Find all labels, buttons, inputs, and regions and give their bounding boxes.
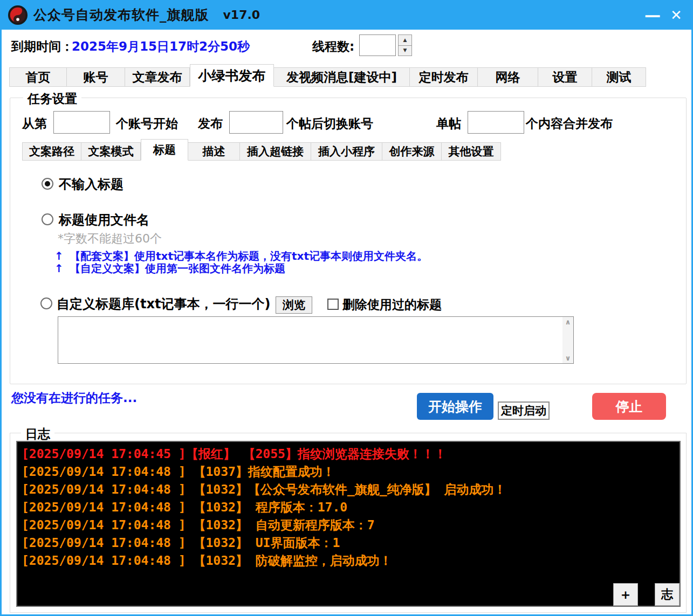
close-button[interactable]: ✕ xyxy=(664,0,689,30)
task-status-text: 您没有在进行的任务... xyxy=(11,390,137,406)
log-line: [2025/09/14 17:04:48 ] 【1032】 自动更新程序版本：7 xyxy=(22,516,675,534)
subtab-copy-path[interactable]: 文案路径 xyxy=(22,142,81,161)
from-account-input[interactable] xyxy=(53,111,110,134)
log-line: [2025/09/14 17:04:48 ] 【1032】 防破解监控，启动成功… xyxy=(22,552,675,570)
log-line: [2025/09/14 17:04:48 ] 【1032】 UI界面版本：1 xyxy=(22,534,675,552)
from-account-label: 从第 xyxy=(22,115,47,132)
radio-no-title[interactable] xyxy=(42,178,53,190)
log-line: [2025/09/14 17:04:45 ]【报红】 【2055】指纹浏览器连接… xyxy=(22,445,675,463)
tab-xiaolvshu-publish[interactable]: 小绿书发布 xyxy=(190,64,274,87)
spin-down-icon[interactable]: ▼ xyxy=(398,46,412,57)
subtab-description[interactable]: 描述 xyxy=(188,142,240,161)
stop-button[interactable]: 停止 xyxy=(592,393,666,420)
expire-label: 到期时间： xyxy=(11,38,73,55)
header-row: 到期时间： 2025年9月15日17时2分50秒 线程数: ▲ ▼ xyxy=(2,30,691,63)
subtab-hyperlink[interactable]: 插入超链接 xyxy=(240,142,311,161)
window-title: 公众号自动发布软件_旗舰版 xyxy=(33,6,209,24)
log-group: 日志 [2025/09/14 17:04:45 ]【报红】 【2055】指纹浏览… xyxy=(10,433,687,613)
log-area: [2025/09/14 17:04:45 ]【报红】 【2055】指纹浏览器连接… xyxy=(16,441,681,607)
log-line: [2025/09/14 17:04:48 ] 【1037】指纹配置成功！ xyxy=(22,463,675,481)
threads-input[interactable] xyxy=(359,34,396,56)
tab-scheduled-publish[interactable]: 定时发布 xyxy=(410,67,478,87)
browse-button[interactable]: 浏览 xyxy=(276,296,312,314)
delete-used-titles-checkbox[interactable] xyxy=(327,299,339,310)
subtab-title[interactable]: 标题 xyxy=(141,139,188,161)
log-legend: 日志 xyxy=(21,426,54,442)
start-operation-button[interactable]: 开始操作 xyxy=(417,393,493,420)
tab-accounts[interactable]: 账号 xyxy=(67,67,125,87)
log-line: [2025/09/14 17:04:48 ] 【1032】【公众号发布软件_旗舰… xyxy=(22,481,675,499)
single-post-label: 单帖 xyxy=(436,115,461,132)
subtab-source[interactable]: 创作来源 xyxy=(382,142,442,161)
threads-label: 线程数: xyxy=(312,38,354,55)
tab-test[interactable]: 测试 xyxy=(592,67,646,87)
hint-1-text: 【配套文案】使用txt记事本名作为标题，没有txt记事本则使用文件夹名。 xyxy=(70,250,428,262)
delete-used-titles-label: 删除使用过的标题 xyxy=(342,296,442,313)
up-arrow-icon: ↑ xyxy=(54,250,70,262)
app-logo-icon xyxy=(8,5,28,25)
main-tab-bar: 首页 账号 文章发布 小绿书发布 发视频消息[建设中] 定时发布 网络 设置 测… xyxy=(9,65,646,87)
scroll-up-icon[interactable]: ∧ xyxy=(565,318,571,326)
task-settings-legend: 任务设置 xyxy=(23,91,81,107)
title-bar: 公众号自动发布软件_旗舰版 v17.0 — ✕ xyxy=(0,0,693,30)
tab-network[interactable]: 网络 xyxy=(478,67,538,87)
from-account-suffix: 个账号开始 xyxy=(116,115,178,132)
hint-line-2: ↑【自定义文案】使用第一张图文件名作为标题 xyxy=(54,261,285,276)
custom-titles-textarea[interactable] xyxy=(58,317,562,363)
textarea-scrollbar[interactable]: ∧ ∨ xyxy=(562,317,573,363)
threads-spinner: ▲ ▼ xyxy=(398,34,412,56)
radio-no-title-label: 不输入标题 xyxy=(59,176,123,193)
single-post-input[interactable] xyxy=(468,111,524,134)
radio-custom-titles-label: 自定义标题库(txt记事本，一行一个) xyxy=(57,295,270,313)
tab-article-publish[interactable]: 文章发布 xyxy=(125,67,190,87)
hint-2-text: 【自定义文案】使用第一张图文件名作为标题 xyxy=(70,262,285,275)
filename-note: *字数不能超过60个 xyxy=(58,231,162,247)
subtab-copy-mode[interactable]: 文案模式 xyxy=(81,142,141,161)
status-row: 您没有在进行的任务... 开始操作 定时启动 停止 xyxy=(2,385,691,426)
subtab-miniprogram[interactable]: 插入小程序 xyxy=(311,142,382,161)
log-line: [2025/09/14 17:04:48 ] 【1032】 程序版本：17.0 xyxy=(22,499,675,516)
tab-settings[interactable]: 设置 xyxy=(538,67,592,87)
scheduled-start-button[interactable]: 定时启动 xyxy=(498,402,550,420)
tab-video-message[interactable]: 发视频消息[建设中] xyxy=(274,67,410,87)
task-settings-group: 任务设置 从第 个账号开始 发布 个帖后切换账号 单帖 个内容合并发布 文案路径… xyxy=(10,98,687,384)
radio-use-filename-label: 标题使用文件名 xyxy=(59,211,149,229)
radio-custom-titles[interactable] xyxy=(40,297,52,309)
sub-tab-bar: 文案路径 文案模式 标题 描述 插入超链接 插入小程序 创作来源 其他设置 xyxy=(22,140,501,161)
minimize-button[interactable]: — xyxy=(640,0,665,30)
custom-titles-box: ∧ ∨ xyxy=(58,316,574,364)
publish-count-suffix: 个帖后切换账号 xyxy=(286,115,373,132)
publish-count-label: 发布 xyxy=(198,115,223,132)
tab-home[interactable]: 首页 xyxy=(9,67,67,87)
app-window: 公众号自动发布软件_旗舰版 v17.0 — ✕ 到期时间： 2025年9月15日… xyxy=(0,0,693,616)
scroll-down-icon[interactable]: ∨ xyxy=(565,354,571,362)
subtab-other[interactable]: 其他设置 xyxy=(442,142,501,161)
spin-up-icon[interactable]: ▲ xyxy=(398,34,412,46)
expire-value: 2025年9月15日17时2分50秒 xyxy=(72,38,250,55)
single-post-suffix: 个内容合并发布 xyxy=(526,115,613,132)
up-arrow-icon: ↑ xyxy=(54,262,70,275)
radio-use-filename[interactable] xyxy=(42,213,53,225)
log-toggle-button[interactable]: 志 xyxy=(655,583,680,606)
version-label: v17.0 xyxy=(223,8,260,22)
log-plus-button[interactable]: + xyxy=(613,583,638,606)
publish-count-input[interactable] xyxy=(229,111,283,134)
